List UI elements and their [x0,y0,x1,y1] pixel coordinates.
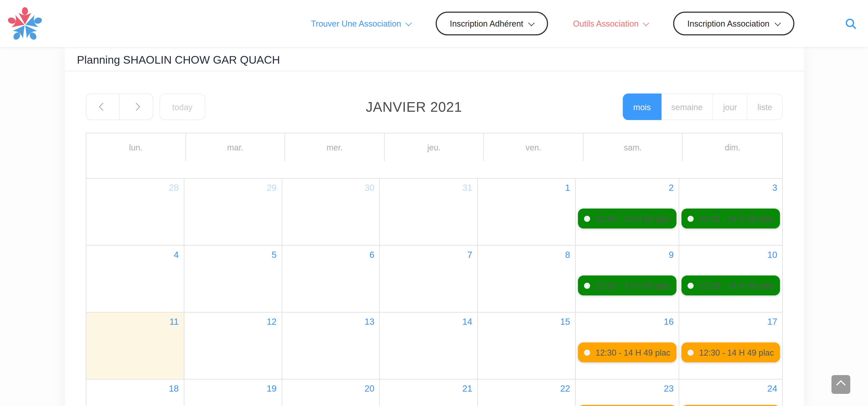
event-pill[interactable]: 12:30 - 14 H 50 plac [681,275,780,295]
day-number: 8 [478,246,575,261]
nav-outils-association[interactable]: Outils Association [573,19,648,28]
view-month-button[interactable]: mois [623,94,661,120]
day-number: 12 [184,312,282,328]
site-header: Trouver Une Association Inscription Adhé… [0,0,868,47]
nav-label: Inscription Association [687,19,770,28]
event-label: 12:30 - 14 H 50 plac [699,281,774,290]
day-cell-12[interactable]: 12 [184,312,282,379]
day-header-jeu: jeu. [384,133,484,161]
divider [65,71,804,71]
week-row: 28 29 30 31 1 2 [86,178,782,245]
day-cell-16[interactable]: 16 12:30 - 14 H 49 plac [576,312,679,379]
day-header-ven: ven. [484,133,583,161]
page-title: Planning SHAOLIN CHOW GAR QUACH [65,47,804,66]
day-number: 19 [184,379,282,395]
event-dot-icon [584,349,590,356]
day-cell-7[interactable]: 7 [380,246,478,312]
event-dot-icon [687,282,693,289]
calendar-toolbar: today JANVIER 2021 mois semaine jour lis… [86,94,783,120]
day-cell-20[interactable]: 20 [282,379,380,406]
day-number: 7 [380,246,477,261]
event-pill[interactable]: 12:30 - 14 H 49 plac [578,342,676,362]
nav-label: Trouver Une Association [311,19,401,28]
day-number: 10 [679,246,782,261]
day-cell-15[interactable]: 15 [478,312,576,379]
view-switcher: mois semaine jour liste [623,94,783,120]
day-number: 16 [576,312,679,328]
day-cell-31[interactable]: 31 [380,179,478,245]
day-cell-6[interactable]: 6 [282,246,380,312]
today-button[interactable]: today [159,94,205,120]
chevron-right-icon [132,103,140,111]
day-cell-29[interactable]: 29 [184,179,282,245]
calendar-grid: lun. mar. mer. jeu. ven. sam. dim. 28 29 [86,133,783,406]
toolbar-left-group: today [86,94,205,120]
day-number: 31 [380,179,477,194]
week-row: 11 12 13 14 15 16 [86,312,782,379]
week-row: 4 5 6 7 8 9 [86,245,782,312]
chevron-down-icon [643,20,649,26]
day-cell-24[interactable]: 24 12:30 - 14 H 49 plac [679,379,782,406]
day-number: 9 [576,246,679,261]
day-header-row: lun. mar. mer. jeu. ven. sam. dim. [86,133,782,161]
event-pill[interactable]: 12:30 - 14 H 49 plac [681,405,780,406]
day-header-mar: mar. [186,133,285,161]
day-cell-5[interactable]: 5 [184,246,282,312]
day-cell-23[interactable]: 23 12:30 - 14 H 49 plac [576,379,679,406]
day-header-mer: mer. [285,133,384,161]
day-number: 1 [478,179,575,194]
day-cell-4[interactable]: 4 [86,246,184,312]
event-pill[interactable]: 12:30 - 14 H 49 plac [578,405,676,406]
view-list-button[interactable]: liste [747,94,783,120]
nav-label: Inscription Adhérent [450,19,523,28]
day-number: 24 [679,379,782,395]
event-label: 12:30 - 14 H 49 plac [699,348,774,357]
day-number: 11 [86,312,184,328]
day-number: 15 [478,312,575,328]
day-cell-21[interactable]: 21 [380,379,478,406]
event-pill[interactable]: 12:30 - 14 H 50 plac [681,209,780,229]
event-dot-icon [584,282,590,289]
prev-next-group [86,94,153,120]
day-number: 23 [576,379,679,395]
day-cell-14[interactable]: 14 [380,312,478,379]
search-button[interactable] [845,18,857,30]
day-cell-28[interactable]: 28 [86,179,184,245]
view-week-button[interactable]: semaine [661,94,713,120]
day-cell-3[interactable]: 3 12:30 - 14 H 50 plac [679,179,782,245]
scroll-to-top-button[interactable] [832,375,850,394]
day-number: 14 [380,312,477,328]
day-cell-8[interactable]: 8 [478,246,576,312]
day-cell-11-today[interactable]: 11 [86,312,184,379]
nav-inscription-association-button[interactable]: Inscription Association [673,12,795,35]
day-cell-2[interactable]: 2 12:30 - 14 H 50 plac [576,179,679,245]
event-pill[interactable]: 12:30 - 14 H 50 plac [578,209,676,229]
prev-month-button[interactable] [86,94,120,120]
event-dot-icon [687,215,693,222]
nav-trouver-une-association[interactable]: Trouver Une Association [311,19,411,28]
search-icon [845,18,857,30]
day-cell-13[interactable]: 13 [282,312,380,379]
event-pill[interactable]: 12:30 - 14 H 49 plac [681,342,780,362]
event-pill[interactable]: 12:30 - 14 H 50 plac [578,275,676,295]
day-header-dim: dim. [683,133,782,161]
day-number: 13 [282,312,379,328]
day-cell-22[interactable]: 22 [478,379,576,406]
day-cell-19[interactable]: 19 [184,379,282,406]
next-month-button[interactable] [120,94,153,120]
chevron-down-icon [775,20,781,26]
day-cell-18[interactable]: 18 [86,379,184,406]
day-cell-17[interactable]: 17 12:30 - 14 H 49 plac [679,312,782,379]
day-cell-9[interactable]: 9 12:30 - 14 H 50 plac [576,246,679,312]
day-header-sam: sam. [583,133,683,161]
site-logo-icon[interactable] [7,5,42,42]
day-cell-30[interactable]: 30 [282,179,380,245]
day-cell-10[interactable]: 10 12:30 - 14 H 50 plac [679,246,782,312]
main-nav: Trouver Une Association Inscription Adhé… [311,12,857,35]
view-day-button[interactable]: jour [713,94,747,120]
event-label: 12:30 - 14 H 50 plac [699,214,774,223]
day-cell-1[interactable]: 1 [478,179,576,245]
nav-inscription-adherent-button[interactable]: Inscription Adhérent [435,12,548,35]
chevron-down-icon [528,20,535,26]
event-dot-icon [584,215,590,222]
